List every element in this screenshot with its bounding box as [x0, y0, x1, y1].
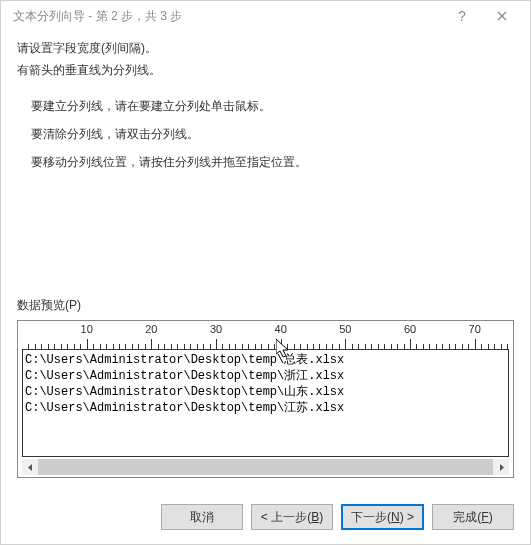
scroll-track[interactable] — [38, 459, 493, 475]
ruler-tick-label: 70 — [469, 323, 481, 335]
ruler-tick-major — [87, 339, 88, 349]
svg-marker-2 — [28, 464, 32, 471]
data-preview-label: 数据预览(P) — [17, 297, 514, 314]
scroll-left-button[interactable] — [22, 459, 38, 475]
ruler-tick-label: 50 — [339, 323, 351, 335]
ruler-tick-major — [216, 339, 217, 349]
finish-button[interactable]: 完成(F) — [432, 504, 514, 530]
intro-line-1: 请设置字段宽度(列间隔)。 — [17, 39, 514, 57]
dialog-title: 文本分列向导 - 第 2 步，共 3 步 — [13, 8, 442, 25]
ruler-tick-major — [281, 339, 282, 349]
help-button[interactable]: ? — [442, 2, 482, 30]
data-preview-box[interactable]: 10203040506070 C:\Users\Administrator\De… — [17, 320, 514, 478]
instruction-clear: 要清除分列线，请双击分列线。 — [31, 125, 514, 143]
titlebar: 文本分列向导 - 第 2 步，共 3 步 ? — [1, 1, 530, 31]
horizontal-scrollbar[interactable] — [22, 459, 509, 475]
dialog-content: 请设置字段宽度(列间隔)。 有箭头的垂直线为分列线。 要建立分列线，请在要建立分… — [1, 31, 530, 492]
ruler-tick-label: 30 — [210, 323, 222, 335]
ruler-tick-major — [151, 339, 152, 349]
preview-data-area[interactable]: C:\Users\Administrator\Desktop\temp\总表.x… — [22, 349, 509, 457]
svg-marker-3 — [500, 464, 504, 471]
instructions: 要建立分列线，请在要建立分列处单击鼠标。 要清除分列线，请双击分列线。 要移动分… — [31, 97, 514, 171]
ruler-tick-label: 60 — [404, 323, 416, 335]
triangle-right-icon — [498, 464, 505, 471]
ruler[interactable]: 10203040506070 — [18, 321, 513, 349]
triangle-left-icon — [27, 464, 34, 471]
button-row: 取消 < 上一步(B) 下一步(N) > 完成(F) — [1, 492, 530, 544]
cancel-button[interactable]: 取消 — [161, 504, 243, 530]
ruler-tick-label: 40 — [275, 323, 287, 335]
text-to-columns-wizard-dialog: 文本分列向导 - 第 2 步，共 3 步 ? 请设置字段宽度(列间隔)。 有箭头… — [0, 0, 531, 545]
intro-line-2: 有箭头的垂直线为分列线。 — [17, 61, 514, 79]
back-button[interactable]: < 上一步(B) — [251, 504, 333, 530]
ruler-tick-major — [345, 339, 346, 349]
next-button[interactable]: 下一步(N) > — [341, 504, 424, 530]
close-button[interactable] — [482, 2, 522, 30]
scroll-right-button[interactable] — [493, 459, 509, 475]
close-icon — [497, 11, 507, 21]
ruler-tick-label: 10 — [81, 323, 93, 335]
instruction-move: 要移动分列线位置，请按住分列线并拖至指定位置。 — [31, 153, 514, 171]
instruction-create: 要建立分列线，请在要建立分列处单击鼠标。 — [31, 97, 514, 115]
ruler-tick-major — [410, 339, 411, 349]
ruler-tick-label: 20 — [145, 323, 157, 335]
scroll-thumb[interactable] — [38, 459, 493, 475]
preview-rows: C:\Users\Administrator\Desktop\temp\总表.x… — [23, 350, 508, 418]
ruler-tick-major — [475, 339, 476, 349]
